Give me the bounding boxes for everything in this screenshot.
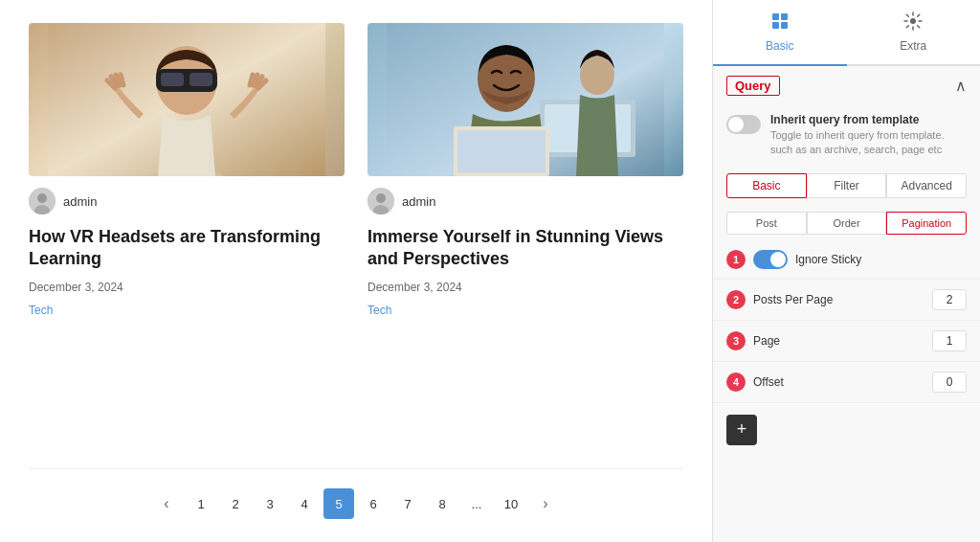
page-btn-8[interactable]: 8 bbox=[427, 488, 457, 519]
post-date-1: December 3, 2024 bbox=[29, 281, 345, 294]
sidebar-tabs: Basic Extra bbox=[713, 0, 980, 66]
inherit-desc: Toggle to inherit query from template. s… bbox=[770, 128, 967, 158]
posts-per-page-label: Posts Per Page bbox=[753, 293, 924, 306]
page-btn-2[interactable]: 2 bbox=[220, 488, 251, 519]
svg-line-9 bbox=[121, 75, 123, 85]
tab-extra[interactable]: Extra bbox=[847, 0, 981, 66]
basic-tab-icon bbox=[770, 11, 790, 35]
post-image-office bbox=[368, 23, 683, 176]
sub-tab-basic[interactable]: Basic bbox=[726, 173, 807, 198]
page-btn-3[interactable]: 3 bbox=[255, 488, 285, 519]
svg-rect-5 bbox=[189, 73, 212, 86]
extra-tab-icon bbox=[903, 11, 923, 35]
content-area: admin How VR Headsets are Transforming L… bbox=[0, 0, 712, 542]
posts-grid: admin How VR Headsets are Transforming L… bbox=[29, 23, 683, 453]
setting-badge-2: 2 bbox=[726, 290, 746, 309]
post-title-2: Immerse Yourself in Stunning Views and P… bbox=[368, 226, 683, 271]
avatar-1 bbox=[29, 188, 56, 215]
office-image-svg bbox=[368, 23, 683, 176]
query-label: Query bbox=[726, 76, 780, 96]
page-btn-6[interactable]: 6 bbox=[358, 488, 389, 519]
post-image-vr bbox=[29, 23, 345, 176]
post-category-1: Tech bbox=[29, 304, 345, 317]
query-tab-post[interactable]: Post bbox=[726, 212, 807, 235]
page-btn-5[interactable]: 5 bbox=[323, 488, 354, 519]
sub-tabs: Basic Filter Advanced bbox=[713, 166, 980, 206]
ignore-sticky-toggle[interactable] bbox=[753, 250, 788, 269]
setting-row-posts-per-page: 2 Posts Per Page bbox=[713, 280, 980, 321]
svg-line-13 bbox=[250, 75, 253, 85]
inherit-text-block: Inherit query from template Toggle to in… bbox=[770, 113, 967, 158]
query-tabs: Post Order Pagination bbox=[713, 206, 980, 240]
post-card-1: admin How VR Headsets are Transforming L… bbox=[29, 23, 345, 453]
svg-rect-27 bbox=[772, 13, 779, 20]
page-btn-1[interactable]: 1 bbox=[186, 488, 216, 519]
svg-point-20 bbox=[580, 56, 614, 95]
next-page-button[interactable]: › bbox=[530, 488, 561, 519]
page-btn-7[interactable]: 7 bbox=[392, 488, 423, 519]
offset-input[interactable] bbox=[932, 372, 967, 393]
sidebar: Basic Extra Query ∧ Inherit query from t… bbox=[712, 0, 980, 542]
page-btn-10[interactable]: 10 bbox=[496, 488, 526, 519]
author-name-1: admin bbox=[63, 194, 97, 209]
inherit-toggle[interactable] bbox=[726, 115, 761, 134]
svg-rect-4 bbox=[161, 73, 184, 86]
posts-per-page-input[interactable] bbox=[932, 289, 967, 310]
svg-rect-30 bbox=[781, 22, 788, 29]
svg-point-31 bbox=[910, 18, 916, 24]
vr-image-svg bbox=[29, 23, 345, 176]
ignore-sticky-label: Ignore Sticky bbox=[795, 253, 967, 266]
tab-basic-label: Basic bbox=[766, 39, 793, 53]
sub-tab-filter[interactable]: Filter bbox=[807, 173, 887, 198]
svg-rect-23 bbox=[457, 130, 546, 172]
inherit-query-row: Inherit query from template Toggle to in… bbox=[713, 105, 980, 166]
post-title-1: How VR Headsets are Transforming Learnin… bbox=[29, 226, 345, 271]
setting-badge-4: 4 bbox=[726, 373, 746, 392]
page-btn-ellipsis: ... bbox=[461, 488, 492, 519]
page-btn-4[interactable]: 4 bbox=[289, 488, 320, 519]
sidebar-content: Query ∧ Inherit query from template Togg… bbox=[713, 66, 980, 542]
post-meta-2: admin bbox=[368, 188, 683, 215]
sub-tab-advanced[interactable]: Advanced bbox=[886, 173, 967, 198]
add-button[interactable]: + bbox=[726, 415, 757, 445]
query-collapse-icon[interactable]: ∧ bbox=[955, 77, 967, 95]
page-label: Page bbox=[753, 334, 924, 348]
setting-row-offset: 4 Offset bbox=[713, 362, 980, 403]
setting-badge-3: 3 bbox=[726, 331, 746, 350]
svg-rect-28 bbox=[781, 13, 788, 20]
avatar-2 bbox=[368, 188, 394, 215]
post-meta-1: admin bbox=[29, 188, 345, 215]
page-input[interactable] bbox=[932, 330, 967, 351]
svg-point-25 bbox=[376, 193, 386, 203]
author-name-2: admin bbox=[402, 194, 435, 209]
post-category-2: Tech bbox=[368, 304, 683, 317]
post-date-2: December 3, 2024 bbox=[368, 281, 683, 294]
post-card-2: admin Immerse Yourself in Stunning Views… bbox=[368, 23, 683, 453]
pagination: ‹ 1 2 3 4 5 6 7 8 ... 10 › bbox=[29, 468, 683, 519]
offset-label: Offset bbox=[753, 375, 924, 389]
inherit-label: Inherit query from template bbox=[770, 113, 967, 126]
setting-row-ignore-sticky: 1 Ignore Sticky bbox=[713, 240, 980, 280]
svg-rect-29 bbox=[772, 22, 779, 29]
setting-row-page: 3 Page bbox=[713, 321, 980, 362]
query-section-header[interactable]: Query ∧ bbox=[713, 66, 980, 105]
setting-badge-1: 1 bbox=[726, 250, 746, 269]
tab-extra-label: Extra bbox=[900, 39, 926, 53]
prev-page-button[interactable]: ‹ bbox=[151, 488, 182, 519]
svg-point-15 bbox=[37, 193, 47, 203]
query-tab-order[interactable]: Order bbox=[807, 212, 887, 235]
tab-basic[interactable]: Basic bbox=[713, 0, 847, 66]
query-tab-pagination[interactable]: Pagination bbox=[886, 212, 967, 235]
